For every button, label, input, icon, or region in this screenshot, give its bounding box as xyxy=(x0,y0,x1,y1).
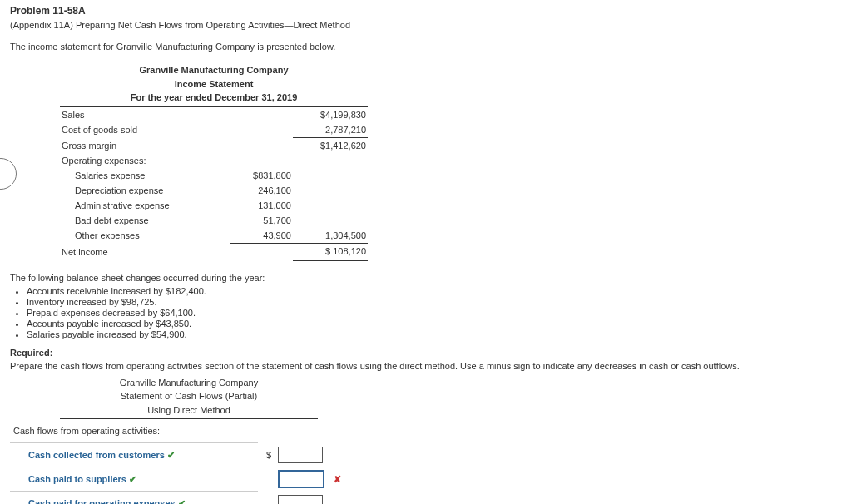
statement-period: For the year ended December 31, 2019 xyxy=(60,91,368,105)
x-icon: ✘ xyxy=(334,474,341,484)
other-value: 43,900 xyxy=(230,228,293,244)
row-cash-suppliers[interactable]: Cash paid to suppliers xyxy=(13,474,126,484)
dep-value: 246,100 xyxy=(230,183,293,198)
problem-subtitle: (Appendix 11A) Preparing Net Cash Flows … xyxy=(10,20,832,30)
answer-company: Granville Manufacturing Company xyxy=(60,376,318,390)
dep-label: Depreciation expense xyxy=(60,183,230,198)
list-item: Accounts receivable increased by $182,40… xyxy=(27,286,832,296)
sales-label: Sales xyxy=(60,107,230,122)
decorative-arc xyxy=(0,158,17,190)
balance-changes-list: Accounts receivable increased by $182,40… xyxy=(10,286,832,339)
row-cash-opexp[interactable]: Cash paid for operating expenses xyxy=(13,498,176,505)
cfo-section-label: Cash flows from operating activities: xyxy=(10,419,258,443)
changes-intro: The following balance sheet changes occu… xyxy=(10,273,832,283)
required-label: Required: xyxy=(10,348,832,358)
other-label: Other expenses xyxy=(60,228,230,244)
gross-value: $1,412,620 xyxy=(293,137,368,153)
dollar-sign: $ xyxy=(258,443,275,467)
check-icon: ✔ xyxy=(178,498,186,505)
salaries-label: Salaries expense xyxy=(60,168,230,183)
netinc-value: $ 108,120 xyxy=(293,243,368,259)
answer-header: Granville Manufacturing Company Statemen… xyxy=(60,376,318,420)
gross-label: Gross margin xyxy=(60,137,230,153)
amount-input-3[interactable] xyxy=(278,495,323,504)
check-icon: ✔ xyxy=(129,474,136,484)
admin-label: Administrative expense xyxy=(60,198,230,213)
total-opexp-value: 1,304,500 xyxy=(293,228,368,244)
check-icon: ✔ xyxy=(167,450,175,460)
list-item: Accounts payable increased by $43,850. xyxy=(27,319,832,329)
list-item: Prepaid expenses decreased by $64,100. xyxy=(27,308,832,318)
company-name: Granville Manufacturing Company xyxy=(60,63,368,77)
answer-title: Statement of Cash Flows (Partial) xyxy=(60,389,318,403)
admin-value: 131,000 xyxy=(230,198,293,213)
list-item: Inventory increased by $98,725. xyxy=(27,297,832,307)
bad-value: 51,700 xyxy=(230,213,293,228)
sales-value: $4,199,830 xyxy=(293,107,368,122)
list-item: Salaries payable increased by $54,900. xyxy=(27,329,832,339)
cogs-label: Cost of goods sold xyxy=(60,122,230,138)
salaries-value: $831,800 xyxy=(230,168,293,183)
netinc-label: Net income xyxy=(60,243,230,259)
amount-input-1[interactable] xyxy=(278,447,323,463)
cogs-value: 2,787,210 xyxy=(293,122,368,138)
row-cash-collected[interactable]: Cash collected from customers xyxy=(13,450,165,460)
bad-label: Bad debt expense xyxy=(60,213,230,228)
answer-method: Using Direct Method xyxy=(60,403,318,418)
intro-text: The income statement for Granville Manuf… xyxy=(10,42,832,52)
statement-title: Income Statement xyxy=(60,77,368,91)
problem-number: Problem 11-58A xyxy=(10,5,832,17)
income-statement: Granville Manufacturing Company Income S… xyxy=(60,63,368,261)
opexp-label: Operating expenses: xyxy=(60,153,230,168)
required-text: Prepare the cash flows from operating ac… xyxy=(10,361,832,371)
amount-input-2[interactable] xyxy=(278,470,324,488)
